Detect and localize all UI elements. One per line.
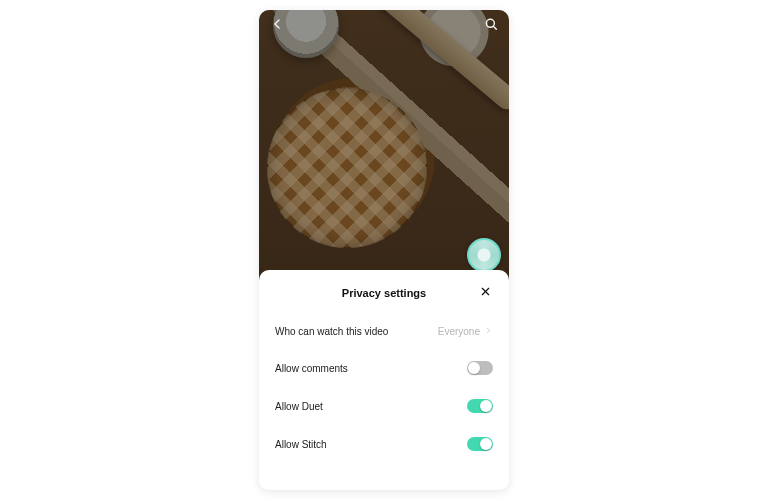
- toggle-allow-comments[interactable]: [467, 361, 493, 375]
- row-label: Allow Stitch: [275, 439, 327, 450]
- close-icon: [480, 283, 491, 301]
- toggle-knob: [480, 438, 492, 450]
- row-who-can-watch[interactable]: Who can watch this video Everyone: [275, 314, 493, 349]
- close-button[interactable]: [477, 284, 493, 300]
- chevron-right-icon: [484, 326, 493, 337]
- video-preview: [259, 10, 509, 280]
- row-value: Everyone: [438, 326, 493, 337]
- arrow-left-icon: [269, 16, 285, 36]
- search-button[interactable]: [481, 16, 501, 36]
- toggle-allow-duet[interactable]: [467, 399, 493, 413]
- video-dim-overlay: [259, 10, 509, 280]
- search-icon: [483, 16, 499, 36]
- sheet-title: Privacy settings: [342, 287, 426, 299]
- row-value-text: Everyone: [438, 326, 480, 337]
- back-button[interactable]: [267, 16, 287, 36]
- row-label: Who can watch this video: [275, 326, 388, 337]
- svg-line-1: [493, 26, 496, 29]
- privacy-settings-sheet: Privacy settings Who can watch this vide…: [259, 270, 509, 490]
- row-label: Allow Duet: [275, 401, 323, 412]
- profile-disc-button[interactable]: [467, 238, 501, 272]
- row-label: Allow comments: [275, 363, 348, 374]
- phone-frame: Privacy settings Who can watch this vide…: [259, 10, 509, 490]
- row-allow-stitch: Allow Stitch: [275, 425, 493, 463]
- row-allow-duet: Allow Duet: [275, 387, 493, 425]
- row-allow-comments: Allow comments: [275, 349, 493, 387]
- toggle-allow-stitch[interactable]: [467, 437, 493, 451]
- toggle-knob: [468, 362, 480, 374]
- toggle-knob: [480, 400, 492, 412]
